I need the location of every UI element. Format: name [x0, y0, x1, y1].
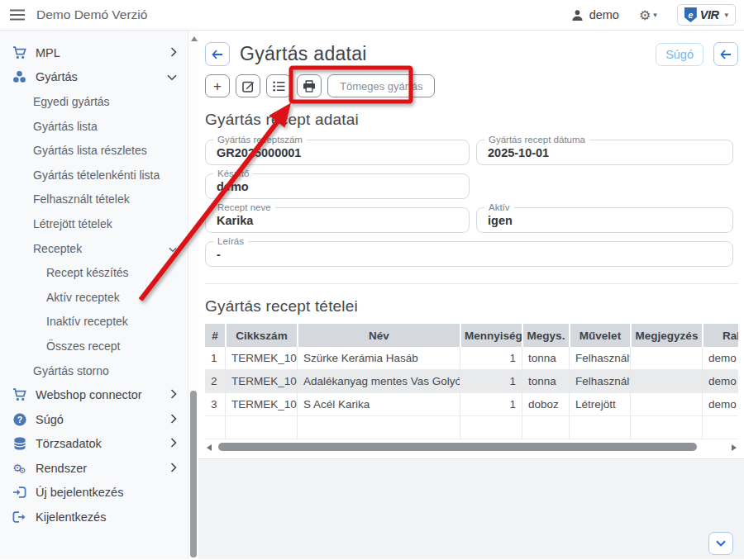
chevron-right-icon	[170, 462, 177, 475]
field-label: Aktív	[484, 202, 514, 212]
user-menu[interactable]: demo	[571, 8, 619, 21]
cell-megys: tonna	[522, 347, 569, 370]
cell-nev: S Acél Karika	[297, 393, 460, 416]
scrollbar-thumb[interactable]	[218, 443, 697, 451]
description-field[interactable]: Leírás -	[205, 241, 733, 267]
edit-icon	[242, 80, 255, 93]
items-section-heading: Gyártás recept tételei	[205, 297, 738, 316]
sidebar-item-gyartas-storno[interactable]: Gyártás storno	[0, 358, 188, 383]
sidebar-item-kijelentkezes[interactable]: Kijelentkezés	[0, 505, 188, 529]
cell-index: 2	[205, 370, 225, 393]
field-label: Gyártás receptszám	[213, 135, 307, 145]
chevron-right-icon	[170, 413, 177, 426]
recipe-number-field[interactable]: Gyártás receptszám GR2025000001	[205, 140, 470, 165]
recipe-date-field[interactable]: Gyártás recept dátuma 2025-10-01	[476, 140, 733, 165]
sidebar-item-webshop-connector[interactable]: Webshop connector	[0, 382, 188, 407]
sidebar-item-sugo[interactable]: ? Súgó	[0, 407, 188, 432]
table-row[interactable]: 1 TERMEK_107 Szürke Kerámia Hasáb 1 tonn…	[205, 347, 738, 370]
cell-cikkszam: TERMEK_109	[225, 393, 297, 416]
main-panel: Gyártás adatai Súgó +	[198, 31, 744, 559]
arrow-left-icon	[720, 50, 732, 59]
app-window: Demo Demó Verzió demo ⚙ ▾ e VIR ▾	[0, 0, 744, 560]
sidebar-item-gyartas-lista[interactable]: Gyártás lista	[0, 114, 188, 139]
cell-megjegyzes	[630, 370, 702, 393]
cart-icon	[12, 388, 27, 401]
sidebar-item-recept-keszites[interactable]: Recept készítés	[0, 260, 188, 285]
sidebar-item-gyartas[interactable]: Gyártás	[0, 65, 188, 90]
chevron-down-icon: ▾	[724, 11, 728, 19]
add-button[interactable]: +	[205, 74, 230, 97]
back-button[interactable]	[205, 42, 230, 66]
cell-raktar: demo	[702, 370, 738, 393]
cell-nev: Adalékanyag mentes Vas Golyó	[297, 370, 460, 393]
scrollbar-thumb[interactable]	[190, 391, 197, 558]
scroll-down-button[interactable]	[708, 532, 733, 555]
col-muvelet[interactable]: Művelet	[569, 324, 630, 347]
sidebar-item-letrejott-tetelek[interactable]: Létrejött tételek	[0, 211, 188, 236]
table-row[interactable]: 3 TERMEK_109 S Acél Karika 1 doboz Létre…	[205, 393, 738, 416]
sidebar-item-uj-bejelentkezes[interactable]: Új bejelentkezés	[0, 481, 188, 505]
evir-logo-text: VIR	[700, 8, 719, 21]
cell-megjegyzes	[630, 347, 702, 370]
sidebar-item-torzsadatok[interactable]: Törzsadatok	[0, 432, 188, 457]
database-icon	[12, 437, 27, 450]
chevron-down-icon	[169, 242, 177, 255]
hamburger-menu-icon[interactable]	[10, 9, 25, 21]
col-megys[interactable]: Megys.	[522, 324, 569, 347]
sidebar-item-felhasznalt-tetelek[interactable]: Felhasznált tételek	[0, 187, 188, 212]
field-value: -	[206, 242, 732, 261]
content-card: Gyártás adatai Súgó +	[198, 31, 744, 459]
svg-text:?: ?	[17, 415, 21, 425]
table-horizontal-scrollbar[interactable]	[205, 442, 738, 453]
sidebar-item-gyartas-lista-reszletes[interactable]: Gyártás lista részletes	[0, 138, 188, 163]
edit-button[interactable]	[236, 74, 260, 97]
cell-raktar: demo	[702, 393, 738, 416]
back-button-secondary[interactable]	[713, 42, 738, 66]
scroll-right-arrow-icon[interactable]	[732, 444, 737, 451]
bulk-production-button[interactable]: Tömeges gyártás	[327, 74, 435, 97]
list-button[interactable]	[266, 74, 291, 97]
gear-icon: ⚙	[639, 7, 651, 23]
sidebar-item-inaktiv-receptek[interactable]: Inaktív receptek	[0, 310, 188, 335]
sidebar-item-mpl[interactable]: MPL	[0, 40, 188, 65]
sidebar-item-egyedi-gyartas[interactable]: Egyedi gyártás	[0, 89, 188, 114]
settings-menu[interactable]: ⚙ ▾	[639, 7, 657, 23]
cell-nev: Szürke Kerámia Hasáb	[297, 347, 460, 370]
help-button[interactable]: Súgó	[656, 43, 703, 66]
sidebar-item-gyartas-tetelenkenti-lista[interactable]: Gyártás tételenkénti lista	[0, 163, 188, 187]
sidebar-item-rendszer[interactable]: ⚙⚙ Rendszer	[0, 456, 188, 481]
print-button[interactable]	[297, 74, 322, 97]
app-title: Demo Demó Verzió	[36, 7, 147, 22]
col-mennyiseg[interactable]: Mennyiség	[460, 324, 522, 347]
evir-logo-menu[interactable]: e VIR ▾	[677, 4, 736, 26]
cell-muvelet: Létrejött	[569, 393, 630, 416]
table-row[interactable]: 2 TERMEK_108 Adalékanyag mentes Vas Goly…	[205, 370, 738, 393]
chevron-right-icon	[170, 46, 177, 59]
col-index[interactable]: #	[205, 324, 225, 347]
cell-muvelet: Felhasznált	[569, 347, 630, 370]
production-icon	[12, 70, 27, 83]
arrow-left-icon	[212, 50, 223, 59]
cell-megys: tonna	[522, 370, 569, 393]
cell-index: 1	[205, 347, 225, 370]
col-cikkszam[interactable]: Cikkszám	[225, 324, 297, 347]
sidebar-item-osszes-recept[interactable]: Összes recept	[0, 334, 188, 358]
col-megjegyzes[interactable]: Megjegyzés	[630, 324, 702, 347]
recipe-name-field[interactable]: Recept neve Karika	[205, 207, 470, 233]
sidebar-item-receptek[interactable]: Receptek	[0, 236, 188, 261]
scroll-up-arrow-icon[interactable]	[191, 36, 198, 41]
cell-mennyiseg: 1	[460, 370, 522, 393]
chevron-right-icon	[170, 437, 177, 450]
cell-index: 3	[205, 393, 225, 416]
col-nev[interactable]: Név	[297, 324, 460, 347]
page-footer-area	[198, 459, 744, 559]
cell-megjegyzes	[630, 393, 702, 416]
cell-raktar: demo	[702, 347, 738, 370]
scroll-left-arrow-icon[interactable]	[207, 444, 212, 451]
form-section-heading: Gyártás recept adatai	[205, 111, 738, 129]
active-field[interactable]: Aktív igen	[476, 207, 733, 233]
sidebar-scrollbar[interactable]	[188, 31, 198, 559]
creator-field[interactable]: Készítő demo	[205, 173, 470, 199]
col-raktar[interactable]: Raktár	[702, 324, 738, 347]
sidebar-item-aktiv-receptek[interactable]: Aktív receptek	[0, 285, 188, 310]
